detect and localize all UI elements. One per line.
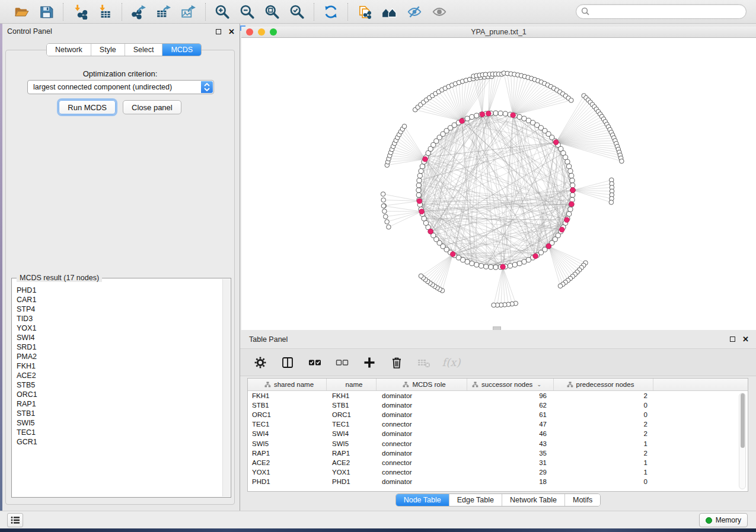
- cell: TEC1: [248, 421, 327, 428]
- mcds-result-item[interactable]: STP4: [17, 305, 222, 314]
- mcds-result-item[interactable]: SRD1: [17, 342, 222, 352]
- save-session-icon[interactable]: [38, 4, 55, 20]
- table-row[interactable]: RAP1RAP1dominator352: [248, 448, 748, 458]
- export-network-icon[interactable]: [130, 4, 147, 20]
- zoom-fit-icon[interactable]: [264, 4, 280, 20]
- close-panel-icon[interactable]: ✕: [228, 28, 235, 36]
- cell: 1: [554, 469, 653, 476]
- mcds-result-item[interactable]: ORC1: [17, 390, 222, 399]
- table-scrollbar-thumb[interactable]: [741, 393, 745, 448]
- cell: 2: [554, 421, 653, 428]
- import-table-icon[interactable]: [97, 4, 113, 20]
- refresh-icon[interactable]: [323, 4, 339, 20]
- cell: 61: [467, 411, 554, 418]
- node-table: shared namename MCDS role successor node…: [247, 378, 748, 492]
- export-image-icon[interactable]: [180, 4, 197, 20]
- cell: dominator: [377, 411, 467, 418]
- optimization-criterion-select[interactable]: largest connected component (undirected): [27, 80, 214, 94]
- table-row[interactable]: SWI5SWI5connector431: [248, 438, 748, 448]
- mcds-result-item[interactable]: SWI5: [17, 418, 222, 428]
- delete-table-icon: [417, 355, 431, 370]
- cell: dominator: [377, 402, 467, 409]
- mcds-result-item[interactable]: FKH1: [17, 361, 222, 371]
- mcds-result-item[interactable]: CAR1: [17, 295, 222, 305]
- search-box[interactable]: [576, 4, 747, 19]
- select-all-icon[interactable]: [308, 355, 322, 370]
- float-table-panel-icon[interactable]: [730, 336, 735, 342]
- column-header-name[interactable]: name: [327, 379, 377, 390]
- table-row[interactable]: YOX1YOX1connector291: [248, 467, 748, 477]
- hide-selected-icon[interactable]: [406, 4, 423, 20]
- show-hidden-icon: [431, 4, 448, 20]
- column-header-successor-nodes[interactable]: successor nodes⌄: [467, 379, 554, 390]
- memory-button[interactable]: Memory: [699, 513, 748, 527]
- zoom-selected-icon[interactable]: [289, 4, 305, 20]
- fx-icon: f(x): [444, 355, 458, 370]
- double-house-icon[interactable]: [381, 4, 398, 20]
- deselect-all-icon[interactable]: [335, 355, 349, 370]
- cell: 0: [554, 411, 653, 418]
- zoom-in-icon[interactable]: [214, 4, 231, 20]
- table-panel-header: Table Panel ✕: [240, 330, 756, 348]
- network-view-canvas[interactable]: [241, 38, 756, 330]
- columns-icon[interactable]: [280, 355, 295, 370]
- tab-node-table[interactable]: Node Table: [396, 494, 449, 506]
- export-table-icon[interactable]: [155, 4, 172, 20]
- task-history-button[interactable]: [7, 513, 23, 527]
- table-row[interactable]: SWI4SWI4dominator462: [248, 429, 748, 438]
- column-header-shared-name[interactable]: shared name: [248, 379, 327, 390]
- table-scrollbar[interactable]: [739, 393, 746, 489]
- mcds-result-item[interactable]: TEC1: [17, 428, 222, 437]
- mcds-tab-content: Optimization criterion: largest connecte…: [5, 50, 235, 505]
- cell: PHD1: [327, 478, 377, 485]
- toolbar-group: [6, 4, 62, 20]
- tab-network[interactable]: Network: [47, 44, 91, 56]
- table-row[interactable]: FKH1FKH1dominator962: [248, 391, 748, 400]
- zoom-out-icon[interactable]: [239, 4, 256, 20]
- close-panel-button[interactable]: Close panel: [123, 100, 181, 114]
- mcds-result-item[interactable]: STB5: [17, 380, 222, 390]
- mcds-result-item[interactable]: SWI4: [17, 333, 222, 342]
- close-table-panel-icon[interactable]: ✕: [742, 335, 749, 343]
- cell: ORC1: [248, 411, 327, 418]
- table-row[interactable]: PHD1PHD1dominator180: [248, 477, 748, 486]
- import-network-icon[interactable]: [72, 4, 88, 20]
- run-mcds-button[interactable]: Run MCDS: [59, 100, 116, 114]
- tab-edge-table[interactable]: Edge Table: [449, 494, 502, 506]
- search-input[interactable]: [590, 6, 746, 18]
- cell: FKH1: [248, 392, 327, 399]
- tab-motifs[interactable]: Motifs: [565, 494, 600, 506]
- mcds-result-item[interactable]: PMA2: [17, 352, 222, 361]
- gear-icon[interactable]: [253, 355, 267, 370]
- tab-select[interactable]: Select: [125, 44, 163, 56]
- mcds-result-item[interactable]: ACE2: [17, 371, 222, 380]
- table-panel: Table Panel ✕ f(x) shared namename MCDS …: [240, 330, 756, 511]
- table-row[interactable]: TEC1TEC1connector472: [248, 419, 748, 429]
- table-row[interactable]: ACE2ACE2connector311: [248, 458, 748, 467]
- mcds-result-item[interactable]: STB1: [17, 409, 222, 418]
- add-icon[interactable]: [362, 355, 377, 370]
- float-panel-icon[interactable]: [216, 29, 221, 34]
- tab-network-table[interactable]: Network Table: [502, 494, 565, 506]
- trash-icon[interactable]: [390, 355, 404, 370]
- mcds-result-item[interactable]: PHD1: [17, 286, 222, 295]
- mcds-result-item[interactable]: RAP1: [17, 399, 222, 409]
- tab-style[interactable]: Style: [91, 44, 125, 56]
- status-bar: Memory: [0, 511, 756, 528]
- column-header-predecessor-nodes[interactable]: predecessor nodes: [554, 379, 653, 390]
- tab-mcds[interactable]: MCDS: [162, 44, 201, 56]
- mcds-result-item[interactable]: TID3: [17, 314, 222, 323]
- network-window-titlebar[interactable]: YPA_prune.txt_1: [241, 27, 756, 38]
- cell: SWI5: [248, 440, 327, 447]
- open-session-icon[interactable]: [13, 4, 30, 20]
- mcds-result-item[interactable]: YOX1: [17, 323, 222, 333]
- clone-network-icon[interactable]: [356, 4, 373, 20]
- mcds-result-scrollbar[interactable]: [222, 279, 230, 496]
- table-row[interactable]: ORC1ORC1dominator610: [248, 410, 748, 419]
- search-icon: [581, 7, 590, 16]
- cell: ACE2: [248, 459, 327, 466]
- column-header-MCDS-role[interactable]: MCDS role: [377, 379, 467, 390]
- table-row[interactable]: STB1STB1dominator620: [248, 400, 748, 410]
- mcds-result-list[interactable]: PHD1CAR1STP4TID3YOX1SWI4SRD1PMA2FKH1ACE2…: [12, 283, 222, 496]
- mcds-result-item[interactable]: GCR1: [17, 437, 222, 447]
